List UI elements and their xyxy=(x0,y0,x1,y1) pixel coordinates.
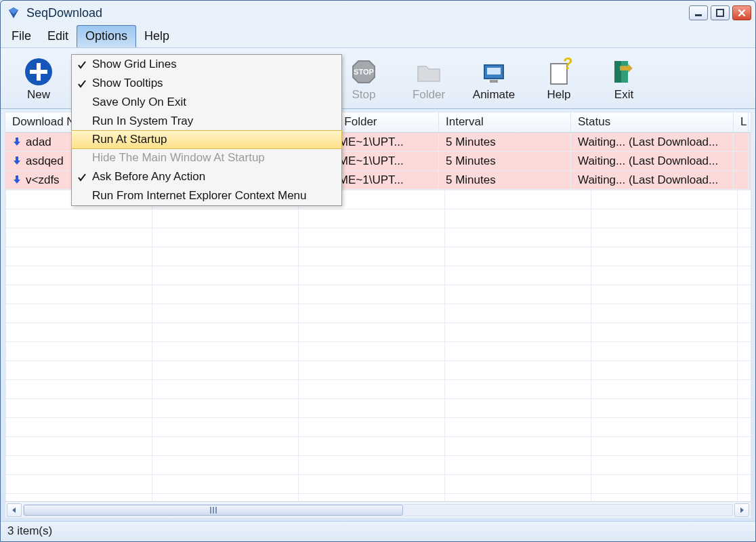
menu-item[interactable]: Save Only On Exit xyxy=(72,93,341,112)
column-header[interactable]: L xyxy=(734,112,749,132)
menu-bar: FileEditOptionsHelp xyxy=(1,25,755,48)
app-icon xyxy=(6,5,21,20)
help-icon xyxy=(544,56,574,88)
menu-item-label: Show Grid Lines xyxy=(92,58,177,71)
horizontal-scrollbar[interactable] xyxy=(5,501,751,518)
animate-button[interactable]: Animate xyxy=(461,51,526,106)
svg-marker-10 xyxy=(12,507,16,513)
table-cell: Waiting... (Last Download... xyxy=(571,133,734,152)
menu-item-label: Ask Before Any Action xyxy=(92,170,205,184)
folder-icon xyxy=(414,56,444,88)
menu-help[interactable]: Help xyxy=(136,25,177,47)
scroll-thumb[interactable] xyxy=(24,505,403,516)
menu-edit[interactable]: Edit xyxy=(39,25,77,47)
check-icon xyxy=(77,60,87,69)
menu-item[interactable]: Run From Internet Explorer Context Menu xyxy=(72,186,341,205)
svg-marker-11 xyxy=(740,507,744,513)
menu-options[interactable]: Options xyxy=(77,25,136,47)
scroll-track[interactable] xyxy=(23,504,733,516)
svg-rect-6 xyxy=(16,157,18,161)
help-button[interactable]: Help xyxy=(526,51,591,106)
menu-item-label: Run In System Tray xyxy=(92,114,193,128)
stop-icon xyxy=(349,56,379,88)
title-bar: SeqDownload xyxy=(1,1,755,25)
svg-marker-1 xyxy=(9,7,18,14)
toolbar-label: Animate xyxy=(473,88,515,102)
menu-item[interactable]: Run At Startup xyxy=(71,130,342,149)
status-text: 3 item(s) xyxy=(7,524,52,537)
menu-item-label: Run From Internet Explorer Context Menu xyxy=(92,189,307,203)
svg-rect-3 xyxy=(717,9,723,16)
svg-marker-5 xyxy=(14,142,20,146)
maximize-button[interactable] xyxy=(711,5,730,20)
svg-rect-8 xyxy=(16,175,18,180)
download-arrow-icon xyxy=(12,175,23,186)
menu-item: Hide The Main Window At Startup xyxy=(72,148,341,167)
toolbar-label: Stop xyxy=(352,88,376,102)
toolbar-label: Exit xyxy=(614,88,633,102)
minimize-button[interactable] xyxy=(689,5,708,20)
toolbar-label: Help xyxy=(547,88,571,102)
toolbar-label: Folder xyxy=(413,88,445,102)
menu-item-label: Show Tooltips xyxy=(92,77,163,90)
table-cell: 5 Minutes xyxy=(439,171,571,190)
svg-rect-2 xyxy=(695,14,702,16)
table-cell xyxy=(734,152,749,171)
download-arrow-icon xyxy=(12,156,23,167)
table-cell: 5 Minutes xyxy=(439,152,571,171)
scroll-left-button[interactable] xyxy=(7,503,22,517)
svg-marker-7 xyxy=(14,161,20,165)
column-header[interactable]: Status xyxy=(571,112,734,132)
check-icon xyxy=(77,79,87,88)
menu-item[interactable]: Run In System Tray xyxy=(72,112,341,131)
svg-rect-4 xyxy=(16,138,18,142)
column-header[interactable]: Interval xyxy=(439,112,571,132)
window-title: SeqDownload xyxy=(26,6,102,20)
toolbar-label: New xyxy=(27,88,50,102)
status-bar: 3 item(s) xyxy=(1,521,755,541)
menu-item-label: Save Only On Exit xyxy=(92,96,186,109)
table-cell: 5 Minutes xyxy=(439,133,571,152)
download-arrow-icon xyxy=(12,137,23,148)
folder-button: Folder xyxy=(396,51,461,106)
menu-item[interactable]: Show Grid Lines xyxy=(72,55,341,74)
check-icon xyxy=(77,172,87,182)
menu-item-label: Run At Startup xyxy=(92,133,167,146)
menu-item-label: Hide The Main Window At Startup xyxy=(92,151,265,165)
exit-icon xyxy=(609,56,639,88)
table-cell xyxy=(734,171,749,190)
new-button[interactable]: New xyxy=(6,51,71,106)
table-cell: Waiting... (Last Download... xyxy=(571,171,734,190)
menu-file[interactable]: File xyxy=(3,25,39,47)
exit-button[interactable]: Exit xyxy=(591,51,656,106)
svg-marker-9 xyxy=(14,180,20,184)
table-cell: Waiting... (Last Download... xyxy=(571,152,734,171)
close-button[interactable] xyxy=(732,5,751,20)
plus-icon xyxy=(24,56,54,88)
menu-item[interactable]: Show Tooltips xyxy=(72,74,341,93)
scroll-right-button[interactable] xyxy=(734,503,749,517)
animate-icon xyxy=(479,56,509,88)
options-menu-popup: Show Grid LinesShow TooltipsSave Only On… xyxy=(71,54,342,206)
window: SeqDownload FileEditOptionsHelp NewCopyM… xyxy=(0,0,756,542)
menu-item[interactable]: Ask Before Any Action xyxy=(72,167,341,186)
table-cell xyxy=(734,133,749,152)
